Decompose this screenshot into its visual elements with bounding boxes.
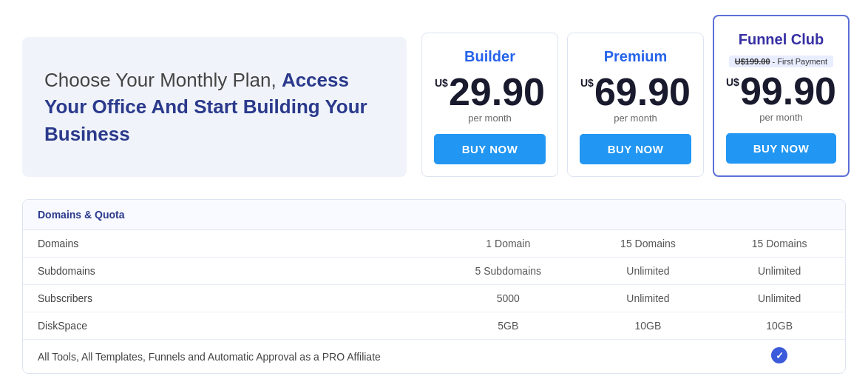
cell-premium: 15 Domains — [583, 230, 714, 258]
currency-funnel-club: U$ — [726, 76, 739, 88]
plan-card-funnel-club: Funnel Club U$199.00 - First Payment U$ … — [713, 15, 850, 177]
main-container: Choose Your Monthly Plan, Access Your Of… — [0, 0, 868, 379]
feature-label: Domains — [23, 230, 434, 258]
price-block-funnel-club: U$ 99.90 — [726, 72, 836, 110]
plan-card-premium: Premium U$ 69.90 per month BUY NOW — [567, 33, 704, 177]
cell-builder — [434, 340, 583, 374]
buy-button-premium[interactable]: BUY NOW — [580, 134, 691, 164]
hero-text-block: Choose Your Monthly Plan, Access Your Of… — [22, 37, 407, 177]
buy-button-builder[interactable]: BUY NOW — [434, 134, 546, 164]
features-table-section: Domains & Quota Domains1 Domain15 Domain… — [22, 199, 846, 374]
price-amount-premium: 69.90 — [594, 73, 691, 111]
table-row: All Tools, All Templates, Funnels and Au… — [23, 340, 845, 374]
feature-label: Subscribers — [23, 285, 434, 312]
plans-container: Builder U$ 29.90 per month BUY NOW Premi… — [421, 15, 850, 177]
cell-funnel_club: 15 Domains — [713, 230, 845, 258]
buy-button-funnel-club[interactable]: BUY NOW — [726, 133, 836, 164]
table-section-title: Domains & Quota — [23, 200, 845, 230]
hero-line1: Choose Your Monthly Plan, — [44, 69, 282, 91]
cell-premium: Unlimited — [583, 258, 714, 285]
cell-builder: 1 Domain — [434, 230, 583, 258]
price-amount-builder: 29.90 — [449, 73, 545, 111]
features-table: Domains1 Domain15 Domains15 DomainsSubdo… — [23, 230, 845, 373]
first-payment-badge: U$199.00 - First Payment — [729, 56, 833, 67]
original-price: U$199.00 — [735, 57, 770, 66]
currency-builder: U$ — [435, 77, 448, 89]
cell-premium: 10GB — [583, 312, 714, 340]
price-amount-funnel-club: 99.90 — [740, 72, 836, 110]
top-section: Choose Your Monthly Plan, Access Your Of… — [22, 15, 846, 177]
price-block-premium: U$ 69.90 — [580, 73, 691, 111]
feature-label: All Tools, All Templates, Funnels and Au… — [23, 340, 434, 374]
price-block-builder: U$ 29.90 — [435, 73, 545, 111]
per-month-builder: per month — [468, 113, 512, 124]
currency-premium: U$ — [580, 77, 594, 89]
hero-heading: Choose Your Monthly Plan, Access Your Of… — [44, 67, 384, 147]
feature-label: DiskSpace — [23, 312, 434, 340]
cell-funnel_club — [713, 340, 845, 374]
table-row: DiskSpace5GB10GB10GB — [23, 312, 845, 340]
first-payment-label: - First Payment — [773, 57, 828, 66]
cell-funnel_club: Unlimited — [713, 285, 845, 312]
cell-premium: Unlimited — [583, 285, 714, 312]
table-row: Subscribers5000UnlimitedUnlimited — [23, 285, 845, 312]
plan-title-premium: Premium — [604, 48, 668, 65]
table-row: Domains1 Domain15 Domains15 Domains — [23, 230, 845, 258]
per-month-premium: per month — [614, 113, 657, 124]
plan-title-builder: Builder — [464, 48, 515, 65]
feature-label: Subdomains — [23, 258, 434, 285]
table-row: Subdomains5 SubdomainsUnlimitedUnlimited — [23, 258, 845, 285]
per-month-funnel-club: per month — [759, 112, 803, 123]
cell-funnel_club: Unlimited — [713, 258, 845, 285]
plan-title-funnel-club: Funnel Club — [739, 31, 824, 48]
cell-builder: 5GB — [434, 312, 583, 340]
cell-builder: 5000 — [434, 285, 583, 312]
cell-builder: 5 Subdomains — [434, 258, 583, 285]
plan-card-builder: Builder U$ 29.90 per month BUY NOW — [421, 33, 558, 177]
cell-funnel_club: 10GB — [713, 312, 845, 340]
cell-premium — [583, 340, 714, 374]
check-icon — [771, 347, 787, 363]
